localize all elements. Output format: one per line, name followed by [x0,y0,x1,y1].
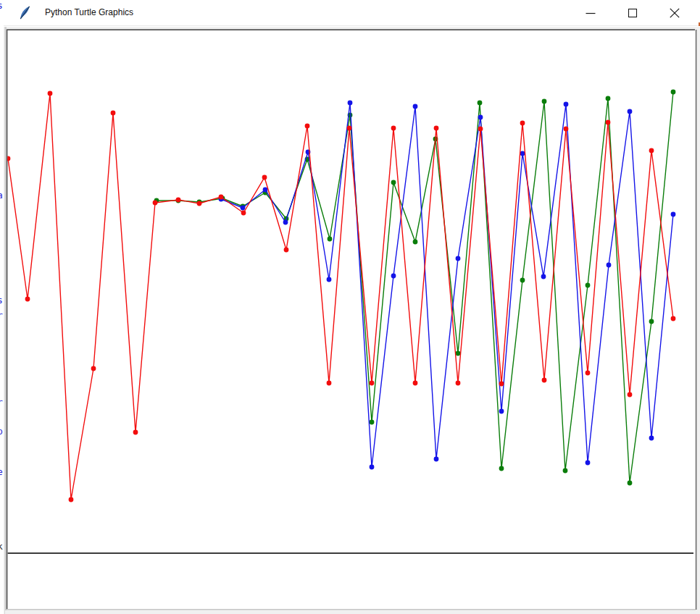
red-marker [25,297,30,302]
blue-marker [348,101,353,106]
minimize-icon [586,8,596,18]
blue-marker [263,188,268,193]
red-marker [327,381,332,386]
red-marker [434,126,439,131]
red-marker [111,111,116,116]
blue-marker [241,206,246,211]
blue-marker [413,104,418,109]
red-marker [347,126,352,131]
blue-marker [541,274,546,279]
blue-marker [434,457,439,462]
red-marker [48,91,53,96]
green-marker [586,283,591,288]
blue-marker [327,277,332,282]
green-marker [563,468,568,474]
maximize-icon [628,8,638,18]
close-button[interactable] [654,0,696,26]
blue-marker [478,115,483,120]
red-marker [391,126,396,131]
red-marker [176,198,181,203]
blue-marker [586,460,591,466]
green-marker [413,240,418,245]
green-marker [628,481,633,486]
green-marker [671,90,676,95]
red-marker [478,127,483,132]
green-marker [606,96,611,101]
red-marker [262,175,267,180]
red-marker [153,201,158,206]
blue-marker [283,220,288,225]
red-marker [370,381,375,386]
green-marker [499,466,504,471]
blue-marker [564,102,569,107]
green-marker [328,237,333,242]
blue-marker [628,109,633,114]
blue-marker [649,436,654,441]
red-marker [305,124,310,129]
green-marker [649,319,654,324]
red-marker [219,195,224,200]
green-marker [456,351,461,356]
red-marker [197,201,202,206]
minimize-button[interactable] [570,0,612,26]
green-marker [520,278,525,283]
close-icon [670,8,680,18]
red-marker [520,121,525,126]
blue-marker [520,151,525,156]
titlebar[interactable]: Python Turtle Graphics [4,0,700,26]
blue-marker [456,256,461,261]
red-marker [499,382,504,387]
red-marker [133,430,138,435]
green-marker [370,420,375,425]
red-marker [91,366,96,371]
window-controls [570,0,696,26]
green-marker [542,99,547,104]
blue-marker [391,274,396,279]
red-marker [586,371,591,376]
red-marker [564,127,569,132]
blue-marker [499,409,504,414]
red-marker [241,211,246,216]
blue-marker [370,465,375,470]
python-tk-feather-icon[interactable] [20,6,30,20]
red-marker [671,316,676,321]
green-marker [391,180,396,185]
blue-marker [671,212,676,217]
red-marker [69,497,74,502]
window-title: Python Turtle Graphics [45,7,133,17]
red-marker [456,381,461,386]
red-marker [628,392,633,398]
turtle-window-body [0,0,700,614]
red-marker [542,378,547,383]
red-marker [284,248,289,253]
blue-marker [607,263,612,268]
red-marker [606,120,611,125]
red-marker [413,381,418,386]
red-marker [649,148,654,154]
green-marker [478,101,483,106]
maximize-button[interactable] [612,0,654,26]
